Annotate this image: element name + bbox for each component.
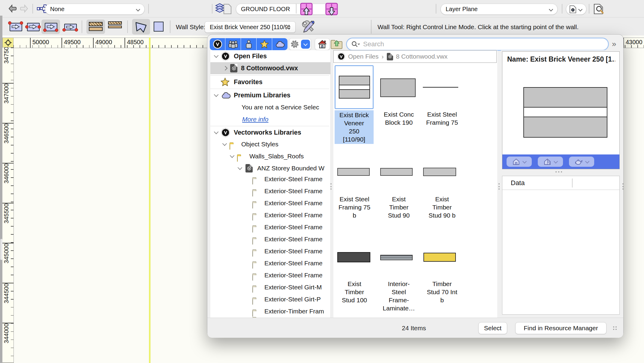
wall-cap-mode-selected[interactable] [86,20,105,34]
grid-item-exist-timber-stud-90-b[interactable] [423,168,456,176]
panel-resize-handle[interactable] [330,183,332,190]
wall-cap-flat-mode-button[interactable] [108,21,122,28]
send-to-layer-above-button[interactable] [300,3,313,17]
resource-name-header: Name: Exist Brick Veneer 250 [1… [507,55,615,63]
grid-item-label[interactable]: Interior- Steel Frame- Laminate… [378,280,420,312]
tree-item-vectorworks-libraries[interactable]: Vectorworks Libraries [210,127,330,139]
plan-view-dropdown-button[interactable] [507,157,532,167]
forward-button[interactable] [19,4,29,14]
tab-cloud-libraries[interactable] [272,38,287,50]
chevron-down-icon[interactable] [222,141,227,146]
grid-item-exist-brick-veneer-selected[interactable] [335,65,374,109]
preview-search-button[interactable] [593,3,604,16]
detail-resize-handle[interactable] [555,171,562,172]
resource-tree-panel: Open Files 8 Cottonwood.vwx Favorites Pr… [210,50,331,318]
grid-item-interior-steel-frame-laminate[interactable] [380,255,413,260]
grid-item-label[interactable]: Exist Timber Stud 90 b [421,195,463,219]
chevron-down-icon[interactable] [214,92,219,97]
breadcrumb-root[interactable]: Open Files [348,53,379,60]
tree-item-style-folder[interactable]: Exterior-Timber Fram [210,305,330,317]
wall-custom-control-line-mode-button[interactable] [64,22,77,31]
layers-button[interactable] [215,3,232,16]
grid-item-label[interactable]: Exist Timber Stud 90 [378,195,420,219]
house-icon [512,158,520,165]
chevron-down-icon[interactable] [214,130,219,134]
home-button[interactable] [315,38,330,50]
grid-item-exist-steel-framing[interactable] [423,87,458,88]
chevron-down-icon[interactable] [230,153,235,158]
tree-item-style-folder[interactable]: Exterior-Steel Frame [210,269,330,281]
chevron-down-icon[interactable] [214,53,219,58]
wall-style-dropdown[interactable]: Exist Brick Veneer 250 [110/90] [205,21,296,33]
tree-item-style-folder[interactable]: Exterior-Steel Girt-M [210,281,330,293]
tree-item-premium-libraries[interactable]: Premium Libraries [210,89,330,101]
tree-item-style-folder[interactable]: Exterior-Steel Frame [210,173,330,185]
tree-item-favorites[interactable]: Favorites [210,76,330,88]
breadcrumb-file[interactable]: 8 Cottonwood.vwx [396,53,448,60]
grid-item-exist-timber-stud-90[interactable] [380,168,413,176]
grid-item-label[interactable]: Exist Steel Framing 75 [421,110,463,127]
more-info-link[interactable]: More info [242,116,269,123]
grid-item-label[interactable]: Exist Timber Stud 100 [333,280,375,304]
grid-item-exist-steel-framing-b[interactable] [337,168,370,176]
polygon-mode-selected[interactable] [132,19,150,35]
wall-left-control-line-mode-button[interactable] [9,22,22,31]
plane-dropdown[interactable]: Layer Plane [441,4,558,15]
grid-item-label[interactable]: Exist Steel Framing 75 b [333,195,375,219]
tree-item-style-folder[interactable]: Exterior-Steel Frame [210,245,330,257]
saved-view-dropdown[interactable]: None [45,4,145,15]
tab-workgroup[interactable] [225,38,241,50]
tab-user[interactable] [241,38,257,50]
tree-item-style-folder[interactable]: Exterior-Steel Frame [210,185,330,197]
3d-view-dropdown-button[interactable] [538,157,563,167]
wall-cap-icon [108,26,122,28]
wall-center-control-line-mode-button[interactable] [26,22,40,31]
grid-item-label[interactable]: Exist Conc Block 190 [378,110,420,127]
back-button[interactable] [8,4,17,14]
grid-item-label[interactable]: Timber Stud 70 Int b [421,280,463,304]
tree-label: ANZ Storey Bounded W [257,165,324,172]
edge-scrollbar[interactable] [0,239,2,260]
toolbar-divider [436,4,436,14]
layer-dropdown[interactable]: GROUND FLOOR [236,4,335,15]
grid-item-exist-timber-stud-100[interactable] [337,252,370,262]
wall-right-control-line-mode-selected[interactable] [41,20,60,34]
tree-item-walls-slabs-roofs[interactable]: Walls_Slabs_Roofs [210,150,330,162]
chevron-right-icon[interactable] [223,66,228,71]
tool-preferences-button[interactable] [301,19,316,35]
tree-item-style-folder[interactable]: Exterior-Steel Frame [210,209,330,221]
resize-grip[interactable] [613,326,617,330]
plane-value: Layer Plane [446,6,478,13]
tab-vectorworks[interactable] [210,38,225,50]
folder-up-button[interactable] [330,39,343,51]
tree-item-open-files[interactable]: Open Files [210,50,330,62]
tree-item-style-folder[interactable]: Exterior-Steel Frame [210,257,330,269]
tab-favorites[interactable] [257,38,272,50]
chevron-down-icon[interactable] [238,165,242,170]
rectangle-mode-button[interactable] [154,22,164,32]
tree-item-object-styles[interactable]: Object Styles [210,138,330,150]
grid-item-timber-stud-70-int-b[interactable] [423,253,456,262]
layer-value: GROUND FLOOR [241,6,290,13]
popup-edge-resize-handle[interactable] [622,183,624,190]
visibility-dropdown-button[interactable] [566,4,586,15]
grid-item-exist-conc-block[interactable] [380,78,416,97]
settings-dropdown-button[interactable] [289,38,311,50]
column-divider[interactable] [572,178,573,188]
panel-resize-handle[interactable] [498,183,500,190]
send-to-layer-below-button[interactable] [325,3,338,17]
tree-item-style-folder[interactable]: Exterior-Steel Girt-P [210,293,330,305]
tree-item-style-folder[interactable]: Exterior-Steel Frame [210,221,330,233]
ruler-origin[interactable] [2,38,14,47]
tree-item-document[interactable]: 8 Cottonwood.vwx [210,62,330,74]
render-mode-dropdown-button[interactable] [569,157,594,167]
find-in-resource-manager-button[interactable]: Find in Resource Manager [515,322,606,334]
overflow-button[interactable]: » [612,39,616,49]
tree-item-style-folder[interactable]: Exterior-Steel Frame [210,233,330,245]
grid-item-label[interactable]: Exist Brick Veneer 250 [110/90] [335,110,374,144]
tree-item-anz-storey[interactable]: ANZ Storey Bounded W [210,162,330,174]
select-button[interactable]: Select [478,322,507,334]
search-field[interactable] [346,38,609,51]
search-input[interactable] [363,40,604,48]
tree-item-style-folder[interactable]: Exterior-Steel Frame [210,197,330,209]
